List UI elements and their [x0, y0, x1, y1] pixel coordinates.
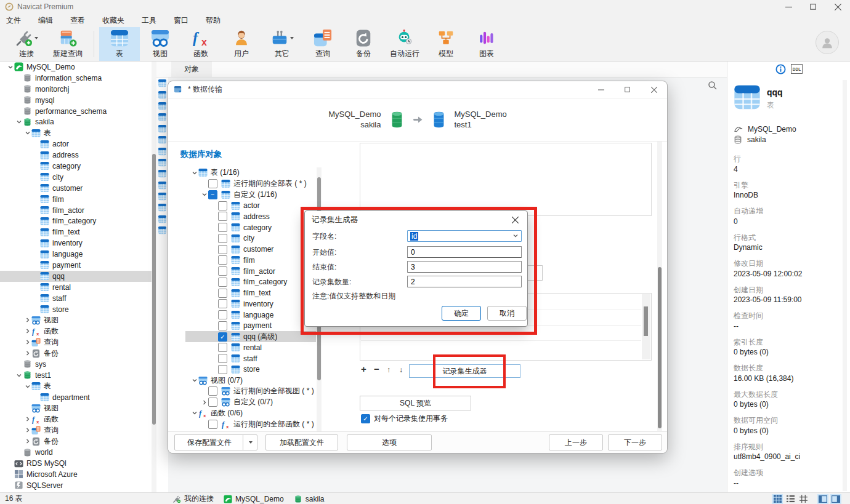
- window-minimize-button[interactable]: [776, 0, 801, 14]
- search-icon[interactable]: [708, 81, 718, 90]
- sidebar-item-staff[interactable]: staff: [0, 293, 156, 304]
- sidebar-item-函数[interactable]: fx函数: [0, 414, 156, 425]
- sidebar-item-actor[interactable]: actor: [0, 138, 156, 150]
- view-detail-icon[interactable]: [798, 494, 809, 504]
- sidebar-item-payment[interactable]: payment: [0, 260, 156, 271]
- 结束值:-input[interactable]: [407, 261, 522, 273]
- sidebar-item-address[interactable]: address: [0, 150, 156, 161]
- sidebar-item-film[interactable]: film: [0, 194, 156, 205]
- object-checkbox[interactable]: [208, 386, 217, 396]
- toolbar-表-button[interactable]: 表: [99, 27, 140, 61]
- sidebar-scrollbar-thumb[interactable]: [152, 154, 156, 425]
- transfer-object-自定义 (1/16)[interactable]: −自定义 (1/16): [185, 190, 316, 201]
- transfer-object-运行期间的全部视图 ( * )[interactable]: 运行期间的全部视图 ( * ): [185, 386, 316, 397]
- sidebar-item-sakila[interactable]: sakila: [0, 116, 156, 127]
- transfer-object-film_text[interactable]: film_text: [185, 287, 316, 298]
- toolbar-新建查询-button[interactable]: 新建查询: [47, 27, 89, 61]
- transfer-object-language[interactable]: language: [185, 310, 316, 321]
- sidebar-item-查询[interactable]: 查询: [0, 425, 156, 436]
- toolbar-图表-button[interactable]: 图表: [466, 27, 507, 61]
- save-profile-button[interactable]: 保存配置文件: [174, 434, 245, 450]
- sidebar-item-SQLServer[interactable]: SQLServer: [0, 480, 156, 491]
- remove-record-set-icon[interactable]: −: [374, 364, 379, 374]
- object-checkbox[interactable]: [218, 354, 227, 363]
- transfer-object-运行期间的全部表 ( * )[interactable]: 运行期间的全部表 ( * ): [185, 178, 316, 190]
- ok-button[interactable]: 确定: [442, 306, 481, 321]
- sidebar-item-查询[interactable]: 查询: [0, 337, 156, 348]
- transfer-object-inventory[interactable]: inventory: [185, 298, 316, 310]
- toolbar-函数-button[interactable]: fx函数: [180, 27, 221, 61]
- sidebar-item-函数[interactable]: fx函数: [0, 326, 156, 337]
- object-checkbox[interactable]: [218, 255, 227, 265]
- sql-preview-button[interactable]: SQL 预览: [360, 396, 471, 410]
- back-button[interactable]: 上一步: [549, 434, 603, 450]
- toolbar-用户-button[interactable]: 用户: [221, 27, 262, 61]
- 记录集数量:-input[interactable]: [407, 276, 522, 287]
- sidebar-item-test1[interactable]: test1: [0, 370, 156, 381]
- sidebar-item-inventory[interactable]: inventory: [0, 238, 156, 249]
- transfer-object-payment[interactable]: payment: [185, 321, 316, 332]
- object-checkbox[interactable]: [218, 289, 227, 298]
- menu-窗口[interactable]: 窗口: [174, 15, 188, 26]
- sidebar-item-department[interactable]: department: [0, 392, 156, 403]
- object-checkbox[interactable]: [208, 420, 217, 429]
- sidebar-item-MySQL_Demo[interactable]: MySQL_Demo: [0, 62, 156, 73]
- toggle-left-pane-icon[interactable]: [817, 494, 828, 504]
- sidebar-item-rental[interactable]: rental: [0, 282, 156, 293]
- menu-帮助[interactable]: 帮助: [206, 15, 221, 26]
- sidebar-item-film_category[interactable]: film_category: [0, 215, 156, 226]
- transfer-object-函数 (0/6)[interactable]: fx函数 (0/6): [185, 408, 316, 419]
- sidebar-item-film_text[interactable]: film_text: [0, 226, 156, 238]
- info-tab-icon[interactable]: [775, 64, 786, 74]
- sidebar-item-视图[interactable]: 视图: [0, 403, 156, 414]
- menu-收藏夹[interactable]: 收藏夹: [102, 15, 124, 26]
- sidebar-item-world[interactable]: world: [0, 447, 156, 458]
- sidebar-item-表[interactable]: 表: [0, 381, 156, 392]
- next-button[interactable]: 下一步: [608, 434, 662, 450]
- dialog-scrollbar-thumb[interactable]: [658, 267, 662, 428]
- options-button[interactable]: 选项: [347, 434, 432, 450]
- object-checkbox[interactable]: [218, 310, 227, 319]
- transfer-object-address[interactable]: address: [185, 211, 316, 222]
- sidebar-item-表[interactable]: 表: [0, 127, 156, 138]
- save-profile-dropdown[interactable]: [243, 434, 257, 450]
- move-up-icon[interactable]: ↑: [387, 366, 391, 374]
- sidebar-item-category[interactable]: category: [0, 161, 156, 172]
- toolbar-模型-button[interactable]: 模型: [426, 27, 466, 61]
- ddl-tab-icon[interactable]: DDL: [791, 64, 803, 74]
- dialog-close-button[interactable]: [645, 83, 663, 96]
- transfer-object-store[interactable]: store: [185, 364, 316, 375]
- dialog-maximize-button[interactable]: [618, 83, 636, 96]
- sidebar-item-information_schema[interactable]: information_schema: [0, 73, 156, 84]
- 开始值:-input[interactable]: [407, 246, 522, 258]
- sidebar-item-city[interactable]: city: [0, 172, 156, 183]
- view-grid-icon[interactable]: [772, 494, 783, 504]
- transfer-object-表 (1/16)[interactable]: 表 (1/16): [185, 167, 316, 178]
- sidebar-item-mysql[interactable]: mysql: [0, 95, 156, 106]
- add-record-set-icon[interactable]: +: [361, 364, 366, 374]
- cancel-button[interactable]: 取消: [487, 306, 527, 321]
- record-set-generator-button[interactable]: 记录集生成器: [409, 364, 520, 378]
- tab-objects[interactable]: 对象: [171, 62, 212, 77]
- toggle-right-pane-icon[interactable]: [830, 494, 841, 504]
- sidebar-item-customer[interactable]: customer: [0, 183, 156, 194]
- object-checkbox[interactable]: [218, 321, 227, 330]
- object-checkbox[interactable]: [218, 343, 227, 352]
- object-checkbox[interactable]: [218, 365, 227, 374]
- sidebar-item-language[interactable]: language: [0, 249, 156, 260]
- sidebar-item-sys[interactable]: sys: [0, 359, 156, 370]
- object-checkbox[interactable]: [218, 299, 227, 308]
- transfer-object-city[interactable]: city: [185, 233, 316, 244]
- object-checkbox[interactable]: [218, 212, 227, 221]
- user-avatar[interactable]: [816, 31, 839, 54]
- object-checkbox[interactable]: [218, 278, 227, 287]
- object-checkbox[interactable]: −: [208, 190, 217, 199]
- sidebar-item-qqq[interactable]: qqq: [0, 271, 156, 282]
- load-profile-button[interactable]: 加载配置文件: [265, 434, 338, 450]
- window-close-button[interactable]: [825, 0, 850, 14]
- toolbar-其它-button[interactable]: 其它: [262, 27, 302, 61]
- toolbar-查询-button[interactable]: 查询: [302, 27, 343, 61]
- object-checkbox[interactable]: [208, 179, 217, 188]
- transfer-object-视图 (0/7)[interactable]: 视图 (0/7): [185, 375, 316, 386]
- transfer-object-staff[interactable]: staff: [185, 353, 316, 364]
